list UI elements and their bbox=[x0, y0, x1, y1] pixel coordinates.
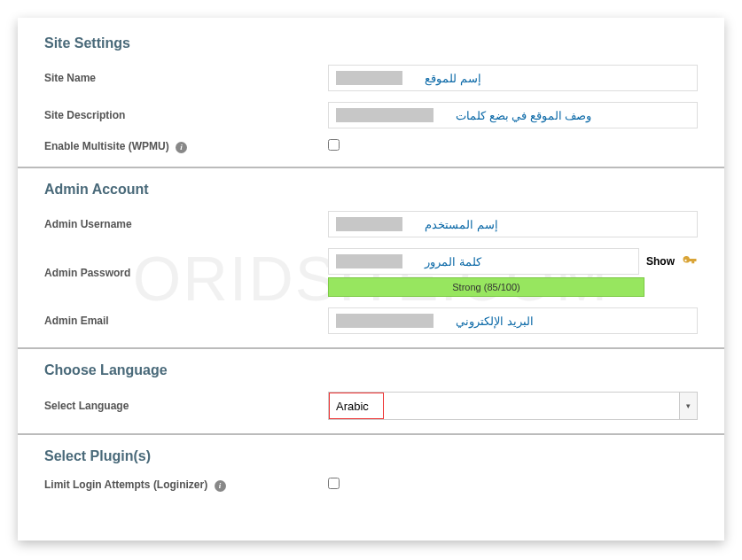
admin-account-title: Admin Account bbox=[44, 182, 698, 198]
enable-multisite-label: Enable Multisite (WPMU) bbox=[44, 140, 169, 152]
show-password-button[interactable]: Show bbox=[646, 255, 675, 268]
password-strength-bar: Strong (85/100) bbox=[328, 277, 644, 297]
section-divider bbox=[18, 167, 724, 168]
redacted-block bbox=[336, 108, 433, 122]
section-divider bbox=[18, 347, 724, 349]
select-plugins-title: Select Plugin(s) bbox=[44, 448, 698, 464]
site-name-label: Site Name bbox=[44, 72, 328, 84]
admin-email-placeholder: البريد الإلكتروني bbox=[456, 315, 534, 328]
admin-email-input[interactable]: البريد الإلكتروني bbox=[328, 307, 698, 334]
key-icon[interactable] bbox=[682, 253, 698, 269]
site-description-label: Site Description bbox=[44, 109, 328, 121]
admin-email-label: Admin Email bbox=[44, 315, 328, 327]
site-description-input[interactable]: وصف الموقع في بضع كلمات bbox=[328, 102, 698, 128]
info-icon[interactable]: i bbox=[215, 480, 226, 492]
redacted-block bbox=[336, 254, 402, 268]
site-description-placeholder: وصف الموقع في بضع كلمات bbox=[456, 109, 591, 122]
site-name-input[interactable]: إسم للموقع bbox=[328, 65, 698, 91]
loginizer-checkbox[interactable] bbox=[328, 478, 340, 489]
select-language-label: Select Language bbox=[44, 400, 328, 412]
admin-password-label: Admin Password bbox=[44, 267, 328, 279]
section-divider bbox=[18, 433, 724, 435]
admin-password-input[interactable]: كلمة المرور bbox=[328, 248, 639, 275]
enable-multisite-checkbox[interactable] bbox=[328, 139, 340, 151]
language-select[interactable]: Arabic bbox=[328, 392, 698, 420]
admin-username-input[interactable]: إسم المستخدم bbox=[328, 211, 698, 237]
info-icon[interactable]: i bbox=[176, 142, 187, 153]
redacted-block bbox=[336, 217, 402, 231]
site-settings-title: Site Settings bbox=[44, 35, 698, 51]
choose-language-title: Choose Language bbox=[44, 362, 698, 378]
site-name-placeholder: إسم للموقع bbox=[425, 72, 481, 85]
redacted-block bbox=[336, 71, 402, 85]
admin-password-placeholder: كلمة المرور bbox=[425, 255, 481, 268]
admin-username-placeholder: إسم المستخدم bbox=[425, 218, 498, 231]
admin-username-label: Admin Username bbox=[44, 218, 328, 230]
loginizer-label: Limit Login Attempts (Loginizer) bbox=[44, 478, 207, 491]
redacted-block bbox=[336, 314, 433, 328]
